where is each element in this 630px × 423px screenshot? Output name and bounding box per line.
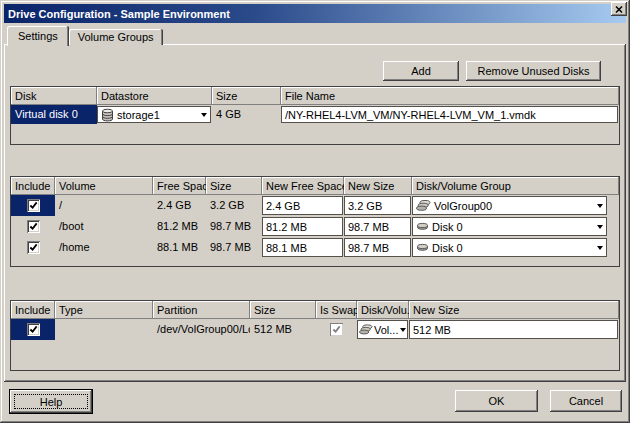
checkmark-icon <box>29 243 38 252</box>
combo-value: Disk 0 <box>432 242 463 254</box>
disk-volume-group-combo[interactable]: Disk 0 <box>412 238 607 257</box>
volume-group-icon <box>359 323 373 336</box>
column-header-datastore[interactable]: Datastore <box>97 87 212 105</box>
column-header-include[interactable]: Include <box>11 177 55 195</box>
remove-unused-disks-button[interactable]: Remove Unused Disks <box>466 61 601 81</box>
disk-volume-group-combo[interactable]: Disk 0 <box>412 217 607 236</box>
include-cell[interactable] <box>11 237 55 258</box>
non-volume-row: /dev/VolGroup00/Lo... 512 MB Vol <box>11 319 619 340</box>
tab-bar: Settings Volume Groups <box>7 26 163 45</box>
partition-cell: /dev/VolGroup00/Lo... <box>153 319 250 340</box>
column-header-new-free-space[interactable]: New Free Space <box>262 177 344 195</box>
disk-name-cell[interactable]: Virtual disk 0 <box>11 105 97 124</box>
new-size-input[interactable]: 3.2 GB <box>344 196 411 215</box>
include-cell[interactable] <box>11 195 55 216</box>
combo-value: Vol... <box>374 324 398 336</box>
checkmark-icon <box>29 201 38 210</box>
volume-cell: /boot <box>55 216 153 237</box>
column-header-disk[interactable]: Disk <box>11 87 97 105</box>
virtual-disk-row: Virtual disk 0 storage1 4 GB /NY- <box>11 105 619 124</box>
size-cell: 3.2 GB <box>206 195 262 216</box>
checkmark-icon <box>29 222 38 231</box>
column-header-size[interactable]: Size <box>212 87 281 105</box>
ok-button[interactable]: OK <box>455 390 538 412</box>
column-header-disk-volume[interactable]: Disk/Volu... <box>357 301 409 319</box>
column-header-type[interactable]: Type <box>55 301 153 319</box>
include-checkbox[interactable] <box>27 323 40 336</box>
virtual-disks-table: Disk Datastore Size File Name Virtual di… <box>10 86 620 145</box>
column-header-volume[interactable]: Volume <box>55 177 153 195</box>
column-header-file-name[interactable]: File Name <box>281 87 619 105</box>
column-header-size[interactable]: Size <box>206 177 262 195</box>
tab-volume-groups[interactable]: Volume Groups <box>69 29 163 45</box>
column-header-partition[interactable]: Partition <box>153 301 250 319</box>
combo-value: VolGroup00 <box>434 200 492 212</box>
virtual-disks-header: Disk Datastore Size File Name <box>11 87 619 105</box>
volumes-header: Include Volume Free Space Size New Free … <box>11 177 619 195</box>
title-bar: Drive Configuration - Sample Environment <box>4 4 626 23</box>
new-size-input[interactable]: 98.7 MB <box>344 217 411 236</box>
disk-icon <box>416 221 429 232</box>
datastore-value: storage1 <box>117 109 160 121</box>
help-button[interactable]: Help <box>10 390 92 413</box>
free-space-cell: 81.2 MB <box>153 216 206 237</box>
include-checkbox[interactable] <box>27 199 40 212</box>
drive-configuration-dialog: Drive Configuration - Sample Environment… <box>0 0 630 423</box>
is-swap-checkbox <box>330 323 343 336</box>
include-cell[interactable] <box>11 319 55 340</box>
volumes-table: Include Volume Free Space Size New Free … <box>10 176 620 267</box>
volume-row-root: / 2.4 GB 3.2 GB 2.4 GB 3.2 GB VolGroup00 <box>11 195 619 216</box>
column-header-include[interactable]: Include <box>11 301 55 319</box>
volume-row-home: /home 88.1 MB 98.7 MB 88.1 MB 98.7 MB Di… <box>11 237 619 258</box>
datastore-combo[interactable]: storage1 <box>97 106 211 123</box>
chevron-down-icon[interactable] <box>597 246 603 250</box>
disk-volume-combo[interactable]: Vol... <box>357 320 408 339</box>
close-icon <box>615 6 623 13</box>
size-cell: 98.7 MB <box>206 237 262 258</box>
column-header-is-swap[interactable]: Is Swap <box>316 301 357 319</box>
volume-row-boot: /boot 81.2 MB 98.7 MB 81.2 MB 98.7 MB Di… <box>11 216 619 237</box>
combo-value: Disk 0 <box>432 221 463 233</box>
add-button[interactable]: Add <box>383 61 459 81</box>
column-header-new-size[interactable]: New Size <box>409 301 619 319</box>
volume-cell: /home <box>55 237 153 258</box>
checkmark-icon <box>332 325 341 334</box>
free-space-cell: 88.1 MB <box>153 237 206 258</box>
new-size-input[interactable]: 98.7 MB <box>344 238 411 257</box>
new-free-space-input[interactable]: 2.4 GB <box>262 196 343 215</box>
file-name-input[interactable]: /NY-RHEL4-LVM_VM/NY-RHEL4-LVM_VM_1.vmdk <box>281 106 618 123</box>
type-cell <box>55 319 153 340</box>
datastore-icon <box>101 108 114 122</box>
column-header-size[interactable]: Size <box>250 301 316 319</box>
chevron-down-icon[interactable] <box>400 328 406 332</box>
include-checkbox[interactable] <box>27 241 40 254</box>
column-header-new-size[interactable]: New Size <box>344 177 412 195</box>
chevron-down-icon[interactable] <box>597 204 603 208</box>
new-free-space-input[interactable]: 81.2 MB <box>262 217 343 236</box>
non-volume-header: Include Type Partition Size Is Swap Disk… <box>11 301 619 319</box>
disk-icon <box>416 242 429 253</box>
cancel-button[interactable]: Cancel <box>550 390 622 412</box>
is-swap-cell <box>316 319 357 340</box>
checkmark-icon <box>29 325 38 334</box>
new-size-input[interactable]: 512 MB <box>409 320 618 339</box>
include-cell[interactable] <box>11 216 55 237</box>
volume-group-icon <box>416 199 431 212</box>
disk-volume-group-combo[interactable]: VolGroup00 <box>412 196 607 215</box>
close-button[interactable] <box>611 2 627 16</box>
include-checkbox[interactable] <box>27 220 40 233</box>
size-cell: 98.7 MB <box>206 216 262 237</box>
size-cell: 512 MB <box>250 319 316 340</box>
chevron-down-icon[interactable] <box>597 225 603 229</box>
window-title: Drive Configuration - Sample Environment <box>8 8 230 20</box>
volume-cell: / <box>55 195 153 216</box>
tab-settings[interactable]: Settings <box>7 26 69 46</box>
column-header-free-space[interactable]: Free Space <box>153 177 206 195</box>
non-volume-table: Include Type Partition Size Is Swap Disk… <box>10 300 620 371</box>
new-free-space-input[interactable]: 88.1 MB <box>262 238 343 257</box>
column-header-disk-volume-group[interactable]: Disk/Volume Group <box>412 177 619 195</box>
chevron-down-icon[interactable] <box>201 113 207 117</box>
disk-size-cell: 4 GB <box>212 105 281 124</box>
free-space-cell: 2.4 GB <box>153 195 206 216</box>
